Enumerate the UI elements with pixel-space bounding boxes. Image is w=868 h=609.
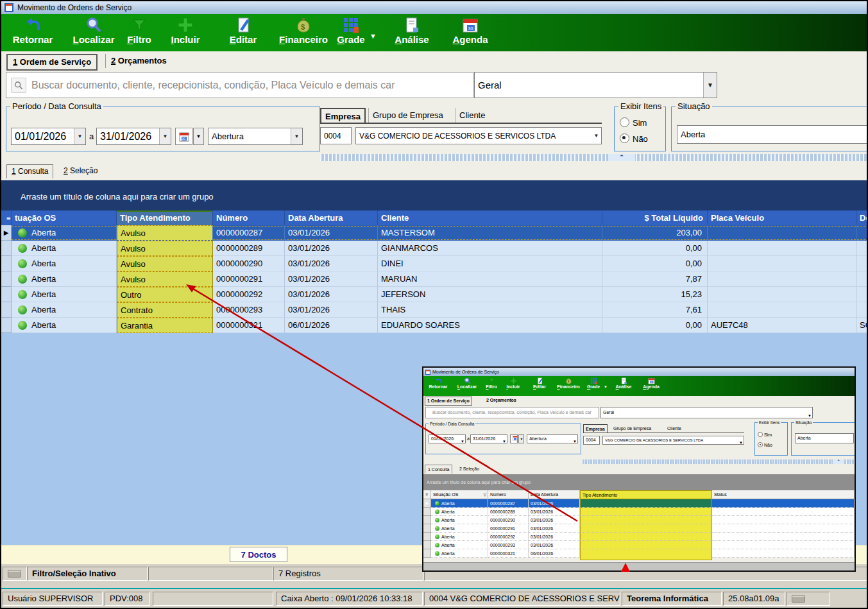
- toolbar-button-grade[interactable]: Grade: [584, 377, 603, 389]
- search-scope-select[interactable]: Geral ▼: [474, 72, 717, 98]
- toolbar-button-incluir[interactable]: Incluir: [160, 17, 210, 50]
- table-row[interactable]: AbertaAvulso000000028903/01/2026GIANMARC…: [1, 241, 868, 256]
- filter-status-panel: Filtro/Seleção Inativo: [27, 567, 148, 581]
- data-cell: 06/01/2026: [285, 318, 378, 333]
- situacao-groupbox: Situação Aberta: [791, 422, 855, 456]
- toolbar-button-localizar[interactable]: Localizar: [64, 17, 123, 50]
- extra-cell: [856, 287, 868, 302]
- pdv-panel: PDV:008: [105, 592, 150, 606]
- status-cell: [712, 524, 855, 533]
- date-to-select[interactable]: 31/01/2026 ▼: [96, 128, 171, 145]
- total-cell: 7,87: [602, 271, 708, 287]
- toolbar-button-agenda[interactable]: 30Agenda: [443, 17, 498, 50]
- column-header-numero[interactable]: Número: [213, 210, 285, 225]
- grid-icon: [343, 17, 359, 33]
- extra-cell: [856, 271, 868, 287]
- collapse-splitter[interactable]: [320, 154, 868, 161]
- toolbar-button-financeiro[interactable]: $Financeiro: [273, 17, 334, 50]
- numero-cell: 0000000293: [488, 541, 529, 549]
- table-row: Aberta000000029203/01/2026: [423, 533, 855, 541]
- table-row[interactable]: AbertaOutro000000029203/01/2026JEFERSON1…: [1, 287, 868, 302]
- toolbar-button-filtro[interactable]: Filtro: [481, 377, 502, 389]
- toolbar-button-editar[interactable]: Editar: [526, 377, 553, 389]
- status-icon-panel: [3, 567, 27, 581]
- column-header-tipo-atendimento[interactable]: Tipo Atendimento: [117, 210, 213, 225]
- table-row[interactable]: ▶AbertaAvulso000000028703/01/2026MASTERS…: [1, 225, 868, 241]
- data-cell: 03/01/2026: [285, 241, 378, 256]
- situacao-cell: Aberta: [431, 541, 488, 549]
- data-cell: 03/01/2026: [285, 225, 378, 241]
- toolbar-button-retornar[interactable]: Retornar: [425, 377, 452, 389]
- empty-panel: [153, 592, 273, 606]
- table-row[interactable]: AbertaContrato000000029303/01/2026THAIS7…: [1, 302, 868, 318]
- tipo-cell: Avulso: [117, 256, 213, 271]
- tipo-cell: Avulso: [117, 241, 213, 256]
- row-selector[interactable]: [1, 302, 12, 318]
- row-selector[interactable]: [1, 241, 12, 256]
- toolbar-button-editar[interactable]: Editar: [217, 17, 269, 50]
- tab-empresa[interactable]: Empresa: [320, 108, 366, 124]
- status-cell: [712, 549, 855, 558]
- column-header-total-liquido[interactable]: $ Total Líquido: [602, 210, 708, 225]
- table-row[interactable]: AbertaAvulso000000029003/01/2026DINEI0,0…: [1, 256, 868, 271]
- radio-nao: Não: [758, 442, 772, 447]
- date-mode-select[interactable]: Abertura ▼: [208, 128, 303, 145]
- collapse-splitter-button[interactable]: ⌃: [608, 154, 635, 161]
- toolbar-button-filtro[interactable]: Filtro: [119, 17, 159, 50]
- column-header-data-abertura: Data Abertura: [529, 490, 580, 499]
- column-header-situacao[interactable]: tuação OS: [12, 210, 117, 225]
- group-by-band: Arraste um título de coluna aqui para cr…: [423, 474, 855, 490]
- row-selector: [423, 549, 431, 558]
- toolbar-button-anlise[interactable]: Análise: [611, 377, 636, 389]
- radio-nao[interactable]: Não: [620, 133, 648, 144]
- tab-consulta[interactable]: 1 Consulta: [6, 164, 53, 178]
- row-selector[interactable]: [1, 318, 12, 333]
- table-row[interactable]: AbertaGarantia000000032106/01/2026EDUARD…: [1, 318, 868, 333]
- data-cell: 03/01/2026: [285, 302, 378, 318]
- status-cell: [712, 533, 855, 541]
- toolbar-button-grade[interactable]: Grade: [332, 17, 370, 50]
- group-by-band[interactable]: Arraste um título de coluna aqui para cr…: [1, 180, 868, 210]
- status-orb-icon: [18, 259, 27, 268]
- tab-orcamentos[interactable]: 2 Orçamentos: [105, 54, 172, 68]
- situacao-cell: Aberta: [12, 256, 117, 271]
- toolbar-button-retornar[interactable]: Retornar: [4, 17, 61, 50]
- status-cell: [712, 508, 855, 516]
- grade-dropdown-arrow[interactable]: ▼: [370, 32, 377, 40]
- toolbar-button-incluir[interactable]: Incluir: [502, 377, 525, 389]
- empresa-name-select[interactable]: V&G COMERCIO DE ACESSORIOS E SERVICOS LT…: [355, 127, 602, 144]
- toolbar-button-localizar[interactable]: Localizar: [453, 377, 481, 389]
- collapse-splitter: [582, 459, 855, 464]
- calendar-dropdown-button[interactable]: ▼: [193, 128, 204, 145]
- tab-selecao[interactable]: 2 Seleção: [59, 164, 102, 178]
- column-header-cliente[interactable]: Cliente: [378, 210, 602, 225]
- extra-cell: [856, 302, 868, 318]
- empresa-code-field[interactable]: 0004: [320, 127, 352, 144]
- toolbar-button-financeiro[interactable]: $Financeiro: [553, 377, 584, 389]
- date-from-select[interactable]: 01/01/2026 ▼: [11, 128, 86, 145]
- total-cell: 0,00: [602, 256, 708, 271]
- tab-grupo-de-empresa[interactable]: Grupo de Empresa: [368, 108, 447, 123]
- situacao-cell: Aberta: [12, 241, 117, 256]
- data-cell: 03/01/2026: [529, 541, 580, 549]
- table-row[interactable]: AbertaAvulso000000029103/01/2026MARUAN7,…: [1, 271, 868, 287]
- search-box: Buscar documento, cliente, recepcionista…: [425, 407, 599, 418]
- toolbar-button-agenda[interactable]: 30Agenda: [638, 377, 665, 389]
- column-header-placa-veiculo[interactable]: Placa Veículo: [708, 210, 856, 225]
- situacao-field[interactable]: Aberta: [677, 125, 868, 144]
- toolbar-button-anlise[interactable]: Análise: [385, 17, 439, 50]
- row-selector[interactable]: [1, 271, 12, 287]
- row-selector[interactable]: [1, 256, 12, 271]
- calendar-button[interactable]: 30: [175, 128, 192, 145]
- column-header-data-abertura[interactable]: Data Abertura: [285, 210, 378, 225]
- radio-sim[interactable]: Sim: [620, 117, 647, 128]
- column-chooser-button[interactable]: ≡: [1, 210, 12, 225]
- filter-icon: [488, 377, 495, 384]
- tab-ordem-de-servico[interactable]: 1 Ordem de Serviço: [6, 54, 98, 71]
- calendar-dropdown-button: ▼: [518, 434, 524, 443]
- row-selector[interactable]: ▶: [1, 225, 12, 241]
- search-input[interactable]: [30, 79, 473, 92]
- tab-cliente[interactable]: Cliente: [455, 108, 489, 123]
- column-header-de[interactable]: De: [856, 210, 868, 225]
- row-selector[interactable]: [1, 287, 12, 302]
